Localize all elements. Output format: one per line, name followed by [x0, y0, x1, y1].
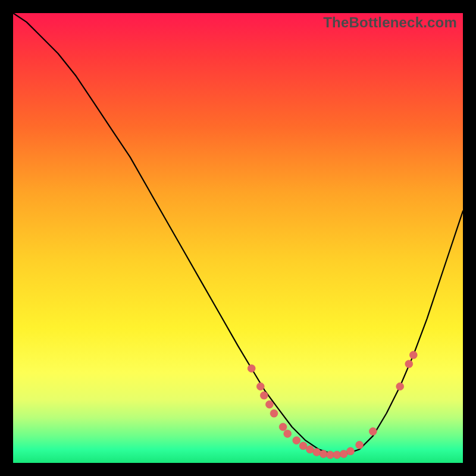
data-dot [409, 351, 417, 359]
data-dot [340, 450, 347, 458]
data-dot [320, 450, 327, 458]
chart-svg [13, 13, 463, 463]
data-dot [306, 446, 314, 453]
data-dot [356, 441, 364, 449]
data-dot [265, 400, 273, 408]
data-dot [256, 383, 264, 390]
data-dot [333, 451, 341, 459]
chart-area: TheBottleneck.com [13, 13, 463, 463]
data-dot [396, 383, 404, 390]
data-dot [293, 437, 300, 444]
data-dot [369, 428, 377, 436]
data-dot [260, 392, 268, 399]
data-dot [248, 365, 255, 372]
data-dot [299, 442, 307, 450]
data-dot [270, 409, 278, 417]
data-dot [405, 360, 413, 368]
data-dot [279, 423, 287, 431]
data-dots [248, 351, 417, 459]
bottleneck-curve [13, 13, 463, 454]
data-dot [347, 447, 355, 455]
data-dot [284, 430, 292, 437]
data-dot [313, 448, 321, 456]
